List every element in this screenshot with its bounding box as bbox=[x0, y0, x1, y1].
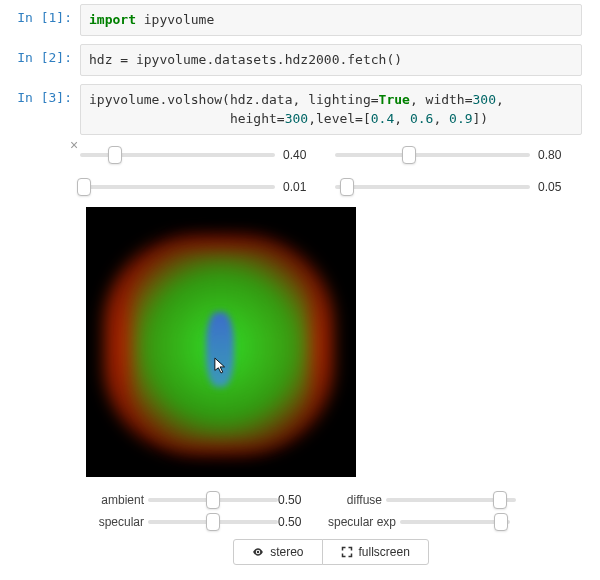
slider-track bbox=[80, 185, 275, 189]
code-text: ipyvolume bbox=[136, 12, 214, 27]
code-text: ipyvolume.volshow(hdz.data, lighting= bbox=[89, 92, 379, 107]
level-slider-2b-group: 0.05 bbox=[335, 175, 582, 199]
close-icon[interactable]: × bbox=[70, 137, 78, 153]
level-slider-2b[interactable] bbox=[335, 175, 530, 199]
level-slider-2a[interactable] bbox=[80, 175, 275, 199]
input-prompt-3: In [3]: bbox=[0, 84, 80, 105]
keyword-true: True bbox=[379, 92, 410, 107]
code-text: , bbox=[496, 92, 504, 107]
stereo-button-label: stereo bbox=[270, 545, 303, 559]
num-level-3: 0.9 bbox=[449, 111, 472, 126]
input-prompt-1: In [1]: bbox=[0, 4, 80, 25]
slider-thumb[interactable] bbox=[206, 491, 220, 509]
slider-thumb[interactable] bbox=[493, 491, 507, 509]
level-slider-2a-group: 0.01 bbox=[80, 175, 327, 199]
slider-thumb[interactable] bbox=[494, 513, 508, 531]
code-cell-1: In [1]: import ipyvolume bbox=[0, 0, 600, 40]
specular-slider[interactable] bbox=[148, 511, 278, 533]
specular-label: specular bbox=[80, 515, 148, 529]
keyword-import: import bbox=[89, 12, 136, 27]
fullscreen-button[interactable]: fullscreen bbox=[322, 539, 429, 565]
code-text: , bbox=[394, 111, 410, 126]
ambient-label: ambient bbox=[80, 493, 148, 507]
num-width: 300 bbox=[473, 92, 496, 107]
slider-thumb[interactable] bbox=[206, 513, 220, 531]
level-slider-row-1: 0.40 0.80 bbox=[80, 143, 582, 167]
input-prompt-2: In [2]: bbox=[0, 44, 80, 65]
fullscreen-button-label: fullscreen bbox=[359, 545, 410, 559]
level-slider-1b-group: 0.80 bbox=[335, 143, 582, 167]
level-value-1a: 0.40 bbox=[283, 148, 327, 162]
diffuse-label: diffuse bbox=[318, 493, 386, 507]
code-text: hdz = ipyvolume.datasets.hdz2000.fetch() bbox=[89, 52, 402, 67]
level-slider-1a-group: 0.40 bbox=[80, 143, 327, 167]
code-input-1[interactable]: import ipyvolume bbox=[80, 4, 582, 36]
code-text: height= bbox=[89, 111, 285, 126]
diffuse-slider[interactable] bbox=[386, 489, 516, 511]
view-button-group: stereo fullscreen bbox=[80, 539, 582, 565]
specular-exp-label: specular exp bbox=[318, 515, 400, 529]
num-level-1: 0.4 bbox=[371, 111, 394, 126]
volume-isolevel-blue bbox=[206, 312, 234, 387]
code-input-3[interactable]: ipyvolume.volshow(hdz.data, lighting=Tru… bbox=[80, 84, 582, 134]
num-height: 300 bbox=[285, 111, 308, 126]
code-cell-2: In [2]: hdz = ipyvolume.datasets.hdz2000… bbox=[0, 40, 600, 80]
specular-value: 0.50 bbox=[278, 515, 318, 529]
level-value-1b: 0.80 bbox=[538, 148, 582, 162]
level-slider-1b[interactable] bbox=[335, 143, 530, 167]
cell-output-3: × 0.40 0.80 0.01 bbox=[80, 139, 582, 565]
fullscreen-icon bbox=[341, 546, 353, 558]
slider-track bbox=[335, 185, 530, 189]
slider-thumb[interactable] bbox=[340, 178, 354, 196]
stereo-button[interactable]: stereo bbox=[233, 539, 322, 565]
ambient-slider[interactable] bbox=[148, 489, 278, 511]
ambient-value: 0.50 bbox=[278, 493, 318, 507]
level-slider-1a[interactable] bbox=[80, 143, 275, 167]
slider-thumb[interactable] bbox=[77, 178, 91, 196]
code-text: , bbox=[433, 111, 449, 126]
lighting-row-2: specular 0.50 specular exp bbox=[80, 511, 582, 533]
level-value-2b: 0.05 bbox=[538, 180, 582, 194]
slider-thumb[interactable] bbox=[108, 146, 122, 164]
code-input-2[interactable]: hdz = ipyvolume.datasets.hdz2000.fetch() bbox=[80, 44, 582, 76]
level-value-2a: 0.01 bbox=[283, 180, 327, 194]
code-text: ,level=[ bbox=[308, 111, 371, 126]
code-text: , width= bbox=[410, 92, 473, 107]
eye-icon bbox=[252, 546, 264, 558]
code-cell-3: In [3]: ipyvolume.volshow(hdz.data, ligh… bbox=[0, 80, 600, 138]
num-level-2: 0.6 bbox=[410, 111, 433, 126]
slider-track bbox=[335, 153, 530, 157]
volume-canvas[interactable] bbox=[86, 207, 356, 477]
level-slider-row-2: 0.01 0.05 bbox=[80, 175, 582, 199]
svg-point-0 bbox=[257, 551, 259, 553]
lighting-row-1: ambient 0.50 diffuse bbox=[80, 489, 582, 511]
code-text: ]) bbox=[473, 111, 489, 126]
specular-exp-slider[interactable] bbox=[400, 511, 510, 533]
slider-thumb[interactable] bbox=[402, 146, 416, 164]
